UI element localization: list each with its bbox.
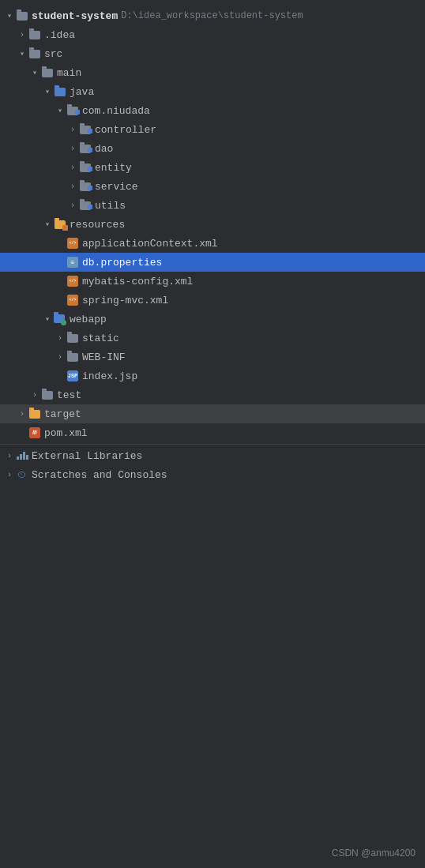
tree-item-target[interactable]: target: [0, 404, 425, 423]
tree-item-applicationcontext[interactable]: </> applicationContext.xml: [0, 234, 425, 253]
tree-item-static[interactable]: static: [0, 329, 425, 348]
static-arrow[interactable]: [54, 332, 66, 344]
root-folder-icon: [16, 9, 28, 22]
tree-item-pom[interactable]: m pom.xml: [0, 423, 425, 442]
resources-label: resources: [70, 219, 125, 231]
src-folder-icon: [28, 47, 41, 60]
dao-arrow[interactable]: [66, 142, 79, 155]
tree-item-idea[interactable]: .idea: [0, 25, 425, 44]
static-label: static: [82, 333, 119, 344]
service-label: service: [95, 181, 138, 193]
target-arrow[interactable]: [16, 408, 28, 420]
scratches-icon: ⏲: [16, 468, 28, 481]
tree-item-scratches[interactable]: ⏲ Scratches and Consoles: [0, 465, 425, 484]
test-arrow[interactable]: [28, 389, 41, 401]
pom-label: pom.xml: [44, 427, 88, 439]
dao-label: dao: [95, 143, 113, 155]
index-jsp-label: index.jsp: [82, 370, 137, 382]
utils-arrow[interactable]: [66, 199, 79, 212]
root-path: D:\idea_workspace\student-system: [121, 10, 303, 21]
spring-mvc-label: spring-mvc.xml: [82, 295, 168, 306]
target-folder-icon: [28, 408, 41, 420]
root-label: student-system: [32, 10, 118, 22]
spring-mvc-icon: </>: [66, 294, 79, 306]
tree-root[interactable]: student-system D:\idea_workspace\student…: [0, 6, 425, 25]
webapp-arrow[interactable]: [41, 313, 54, 325]
applicationcontext-icon: </>: [66, 237, 79, 250]
applicationcontext-label: applicationContext.xml: [82, 238, 218, 250]
db-properties-label: db.properties: [82, 257, 162, 269]
web-inf-arrow[interactable]: [54, 351, 66, 363]
tree-item-entity[interactable]: entity: [0, 158, 425, 177]
db-properties-icon: ≡: [66, 256, 79, 269]
idea-folder-icon: [28, 28, 41, 41]
utils-folder-icon: [79, 199, 92, 212]
service-folder-icon: [79, 180, 92, 193]
main-arrow[interactable]: [28, 66, 41, 79]
resources-folder-icon: [54, 218, 66, 231]
web-inf-folder-icon: [66, 351, 79, 363]
webapp-label: webapp: [70, 314, 107, 325]
tree-item-test[interactable]: test: [0, 385, 425, 404]
idea-label: .idea: [44, 29, 75, 41]
index-jsp-icon: JSP: [66, 370, 79, 382]
controller-label: controller: [95, 124, 156, 136]
tree-item-mybatis-config[interactable]: </> mybatis-config.xml: [0, 272, 425, 291]
target-label: target: [44, 408, 81, 420]
controller-folder-icon: [79, 123, 92, 136]
controller-arrow[interactable]: [66, 123, 79, 136]
test-folder-icon: [41, 389, 54, 401]
tree-item-spring-mvc[interactable]: </> spring-mvc.xml: [0, 291, 425, 310]
resources-arrow[interactable]: [41, 218, 54, 231]
tree-item-service[interactable]: service: [0, 177, 425, 196]
src-arrow[interactable]: [16, 47, 28, 60]
tree-item-main[interactable]: main: [0, 63, 425, 82]
tree-item-dao[interactable]: dao: [0, 139, 425, 158]
test-label: test: [57, 389, 81, 401]
com-niudada-label: com.niudada: [82, 105, 150, 117]
tree-item-controller[interactable]: controller: [0, 120, 425, 139]
tree-item-com-niudada[interactable]: com.niudada: [0, 101, 425, 120]
tree-item-src[interactable]: src: [0, 44, 425, 63]
entity-folder-icon: [79, 161, 92, 174]
root-arrow[interactable]: [3, 9, 16, 22]
tree-item-utils[interactable]: utils: [0, 196, 425, 215]
tree-item-external-libraries[interactable]: External Libraries: [0, 446, 425, 465]
scratches-arrow[interactable]: [3, 468, 16, 481]
file-tree: student-system D:\idea_workspace\student…: [0, 0, 425, 490]
utils-label: utils: [95, 200, 126, 212]
external-libraries-arrow[interactable]: [3, 449, 16, 462]
java-arrow[interactable]: [41, 85, 54, 98]
tree-item-java[interactable]: java: [0, 82, 425, 101]
idea-arrow[interactable]: [16, 28, 28, 41]
watermark: CSDN @anmu4200: [332, 847, 416, 859]
java-folder-icon: [54, 85, 66, 98]
entity-arrow[interactable]: [66, 161, 79, 174]
webapp-folder-icon: [54, 313, 66, 325]
external-libraries-label: External Libraries: [32, 450, 142, 462]
pom-icon: m: [28, 426, 41, 439]
com-niudada-arrow[interactable]: [54, 104, 66, 117]
web-inf-label: WEB-INF: [82, 351, 126, 363]
scratches-label: Scratches and Consoles: [32, 469, 167, 481]
mybatis-config-label: mybatis-config.xml: [82, 276, 193, 287]
mybatis-config-icon: </>: [66, 275, 79, 287]
dao-folder-icon: [79, 142, 92, 155]
tree-item-web-inf[interactable]: WEB-INF: [0, 348, 425, 366]
src-label: src: [44, 48, 62, 60]
main-label: main: [57, 67, 81, 79]
external-libraries-icon: [16, 449, 28, 462]
main-folder-icon: [41, 66, 54, 79]
java-label: java: [70, 86, 94, 98]
tree-item-index-jsp[interactable]: JSP index.jsp: [0, 366, 425, 385]
tree-item-webapp[interactable]: webapp: [0, 310, 425, 329]
tree-item-db-properties[interactable]: ≡ db.properties: [0, 253, 425, 272]
com-niudada-folder-icon: [66, 104, 79, 117]
static-folder-icon: [66, 332, 79, 344]
entity-label: entity: [95, 162, 132, 174]
service-arrow[interactable]: [66, 180, 79, 193]
tree-item-resources[interactable]: resources: [0, 215, 425, 234]
